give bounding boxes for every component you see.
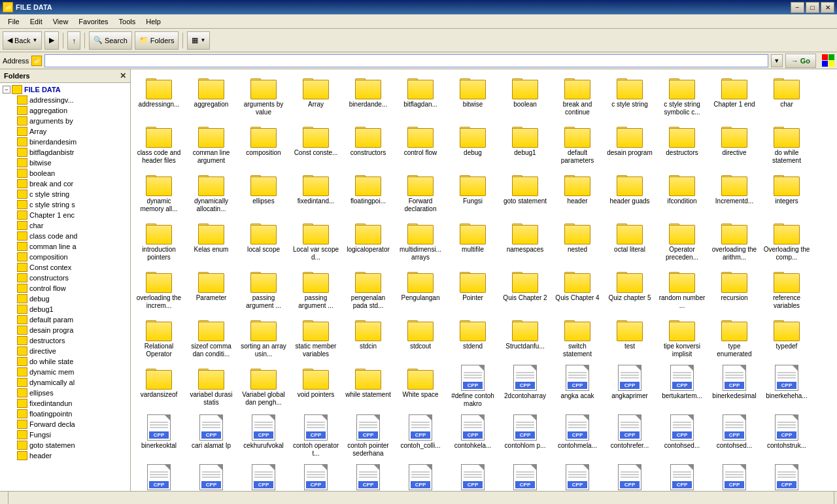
folder-item-typedef[interactable]: typedef — [761, 314, 812, 361]
minimize-button[interactable]: − — [791, 2, 804, 13]
close-button[interactable]: ✕ — [821, 2, 834, 13]
folder-item-ellipses[interactable]: ellipses — [238, 169, 289, 216]
sidebar-item-aggregation[interactable]: aggregation — [0, 105, 130, 116]
folder-item-header[interactable]: header — [552, 169, 603, 216]
folder-item-stdend[interactable]: stdend — [447, 314, 498, 361]
search-button[interactable]: 🔍 Search — [89, 31, 132, 50]
folder-item-stdcin[interactable]: stdcin — [343, 314, 394, 361]
folder-item-cstylestring[interactable]: c style string — [604, 72, 655, 119]
cpp-file-contohkela[interactable]: CPP contohkela... — [447, 412, 498, 460]
folder-item-pengenalan[interactable]: pengenalan pada std... — [343, 265, 394, 312]
menu-help[interactable]: Help — [141, 16, 166, 27]
folder-item-pengulangan[interactable]: Pengulangan — [395, 265, 446, 312]
folder-item-headerguads[interactable]: header guads — [604, 169, 655, 216]
folder-item-variabelglobal[interactable]: Variabel global dan pengh... — [238, 362, 289, 411]
sidebar-item-arguments[interactable]: arguments by — [0, 116, 130, 126]
address-dropdown-icon[interactable]: ▼ — [771, 54, 783, 67]
cpp-file-contohsed1[interactable]: CPP contohsed... — [657, 412, 708, 460]
folder-item-constructors[interactable]: constructors — [343, 120, 394, 167]
cpp-file-ganjilatauge[interactable]: CPP ganjilatauge... — [552, 462, 603, 491]
sidebar-item-breakand[interactable]: break and cor — [0, 178, 130, 189]
folder-item-char[interactable]: char — [761, 72, 812, 119]
folder-item-recursion[interactable]: recursion — [709, 265, 760, 312]
expand-icon[interactable]: − — [3, 86, 10, 93]
cpp-file-2dcontoharray[interactable]: CPP 2dcontoharray — [500, 362, 551, 411]
folder-item-referencevariables[interactable]: reference variables — [761, 265, 812, 312]
folder-item-cstringsymbolic[interactable]: c style string symbolic c... — [657, 72, 708, 119]
folder-item-bitwise[interactable]: bitwise — [447, 72, 498, 119]
folder-item-octalliteral[interactable]: octal literal — [604, 217, 655, 264]
sidebar-item-controlflow[interactable]: control flow — [0, 283, 130, 294]
folder-item-kelasenums[interactable]: Kelas enum — [186, 217, 237, 264]
sidebar-item-root[interactable]: − FILE DATA — [0, 84, 130, 95]
folder-item-constconste[interactable]: Const conste... — [290, 120, 341, 167]
folder-item-fixedintand[interactable]: fixedintand... — [290, 169, 341, 216]
sidebar-item-fungsi[interactable]: Fungsi — [0, 429, 130, 440]
views-dropdown-icon[interactable]: ▼ — [200, 37, 205, 43]
folder-item-defaultparams[interactable]: default parameters — [552, 120, 603, 167]
sidebar-item-array[interactable]: Array — [0, 126, 130, 137]
menu-favorites[interactable]: Favorites — [73, 16, 113, 27]
cpp-file-definecontoh[interactable]: CPP #define contoh makro — [447, 362, 498, 411]
cpp-file-faktorialden1[interactable]: CPP faktorialden... — [447, 462, 498, 491]
go-button[interactable]: → Go — [785, 54, 816, 68]
folder-item-sizeofcomma[interactable]: sizeof comma dan conditi... — [186, 314, 237, 361]
folders-button[interactable]: 📁 Folders — [135, 31, 179, 50]
sidebar-item-bitwise[interactable]: bitwise — [0, 158, 130, 168]
cpp-file-dataabstraction[interactable]: CPP data abstraction — [238, 462, 289, 491]
folder-item-ifcondition[interactable]: ifcondition — [657, 169, 708, 216]
sidebar-item-addressingv[interactable]: addressingv... — [0, 95, 130, 105]
sidebar-item-chapter1[interactable]: Chapter 1 enc — [0, 210, 130, 220]
folder-item-quischapter2[interactable]: Quis Chapter 2 — [500, 265, 551, 312]
sidebar-item-forwarddecla[interactable]: Forward decla — [0, 419, 130, 429]
folder-item-variabeldurasi[interactable]: variabel durasi statis — [186, 362, 237, 411]
folder-item-overloadingincrem[interactable]: overloading the increm... — [133, 265, 184, 312]
folder-item-gotostatement[interactable]: goto statement — [500, 169, 551, 216]
folder-item-classcodeheader[interactable]: class code and header files — [133, 120, 184, 167]
folder-item-composition[interactable]: composition — [238, 120, 289, 167]
folder-item-boolean[interactable]: boolean — [500, 72, 551, 119]
cpp-file-contohoperator[interactable]: CPP contoh operator t... — [290, 412, 341, 460]
cpp-file-angkaprimer[interactable]: CPP angkaprimer — [604, 362, 655, 411]
sidebar-item-classcode[interactable]: class code and — [0, 231, 130, 241]
cpp-file-helloworld[interactable]: CPP helloworld — [709, 462, 760, 491]
folder-item-pointer[interactable]: Pointer — [447, 265, 498, 312]
sidebar-item-dynamicmem[interactable]: dynamic mem — [0, 367, 130, 377]
folder-item-operatorpreceden[interactable]: Operator preceden... — [657, 217, 708, 264]
folder-item-chapter1end[interactable]: Chapter 1 end — [709, 72, 760, 119]
cpp-file-desimalkeoktal[interactable]: CPP desimalkeoktal — [395, 462, 446, 491]
back-dropdown-icon[interactable]: ▼ — [32, 37, 37, 43]
forward-button[interactable]: ▶ — [44, 31, 59, 50]
folder-item-arguments[interactable]: arguments by value — [238, 72, 289, 119]
folder-item-intropointers[interactable]: introduction pointers — [133, 217, 184, 264]
sidebar-item-ellipses[interactable]: ellipses — [0, 388, 130, 398]
cpp-file-contohpointersederhana[interactable]: CPP contoh pointer sederhana — [343, 412, 394, 460]
menu-edit[interactable]: Edit — [25, 16, 48, 27]
folder-item-destructors[interactable]: destructors — [657, 120, 708, 167]
sidebar-item-defaultparam[interactable]: default param — [0, 314, 130, 325]
cpp-file-contohvariabel[interactable]: CPP contohvariabel — [133, 462, 184, 491]
folder-item-tipekonversi[interactable]: tipe konversi implisit — [657, 314, 708, 361]
sidebar-item-composition[interactable]: composition — [0, 252, 130, 262]
folder-item-relationaloperator[interactable]: Relational Operator — [133, 314, 184, 361]
cpp-file-contohstruk[interactable]: CPP contohstruk... — [761, 412, 812, 460]
cpp-file-hirarkidalam[interactable]: CPP hirarki dalam hiraki — [761, 462, 812, 491]
menu-tools[interactable]: Tools — [114, 16, 141, 27]
folder-item-multidimensi[interactable]: multidimensi... arrays — [395, 217, 446, 264]
cpp-file-contohcolli[interactable]: CPP contoh_colli... — [395, 412, 446, 460]
cpp-file-binerkeoktal[interactable]: CPP binerkeoktal — [133, 412, 184, 460]
sidebar-item-desainprogra[interactable]: desain progra — [0, 325, 130, 335]
sidebar-item-const[interactable]: Const contex — [0, 262, 130, 273]
folder-item-switchstatement[interactable]: switch statement — [552, 314, 603, 361]
folder-item-dynamicallyalloc[interactable]: dynamically allocatin... — [186, 169, 237, 216]
menu-view[interactable]: View — [48, 16, 74, 27]
cpp-file-binerkehehexa[interactable]: CPP binerkeheha... — [761, 362, 812, 411]
folder-item-debug[interactable]: debug — [447, 120, 498, 167]
cpp-file-contohrefer[interactable]: CPP contohrefer... — [604, 412, 655, 460]
sidebar-item-fixedintandun[interactable]: fixedintandun — [0, 398, 130, 409]
sidebar-item-commanline[interactable]: comman line a — [0, 241, 130, 252]
cpp-file-bertukartem[interactable]: CPP bertukartem... — [657, 362, 708, 411]
views-button[interactable]: ▦ ▼ — [187, 31, 210, 50]
folder-item-sortingarray[interactable]: sorting an array usin... — [238, 314, 289, 361]
folder-item-addressingn[interactable]: addressingn... — [133, 72, 184, 119]
